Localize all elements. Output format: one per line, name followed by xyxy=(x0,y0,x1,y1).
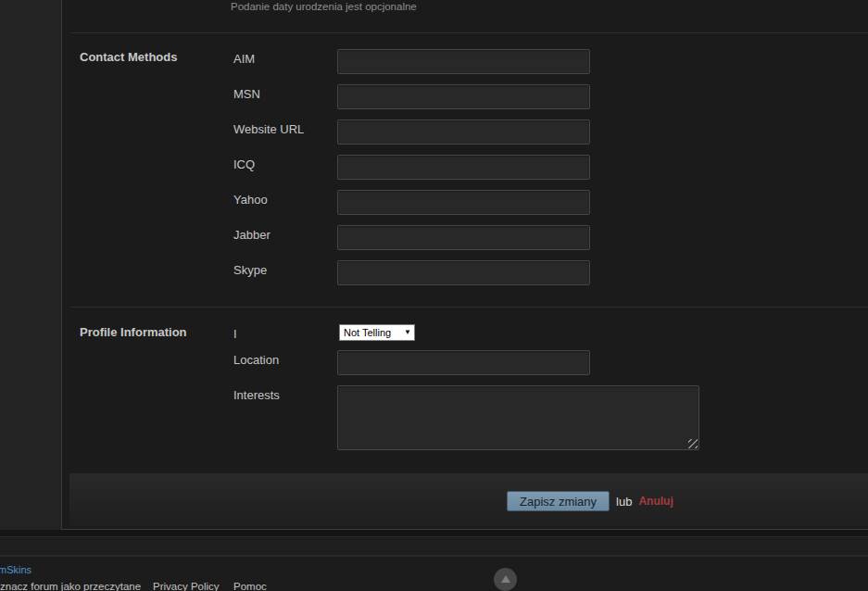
gender-select[interactable]: Not Telling ▼ xyxy=(339,324,415,341)
form-row-msn: MSN xyxy=(62,84,868,119)
yahoo-input[interactable] xyxy=(337,190,590,215)
msn-input[interactable] xyxy=(337,84,590,109)
form-row-aim: AIM xyxy=(62,49,868,84)
chevron-down-icon: ▼ xyxy=(404,329,411,336)
privacy-policy-link[interactable]: Privacy Policy xyxy=(153,581,220,591)
interests-textarea[interactable] xyxy=(337,385,699,450)
or-label: lub xyxy=(616,495,632,509)
website-url-label: Website URL xyxy=(233,122,304,136)
location-label: Location xyxy=(233,353,279,367)
mskins-credit-link[interactable]: mSkins xyxy=(0,564,31,575)
icq-input[interactable] xyxy=(337,155,590,180)
resize-handle-icon[interactable] xyxy=(688,439,698,448)
submit-bar: Zapisz zmiany lub Anuluj xyxy=(69,473,868,526)
gender-label: I xyxy=(233,327,237,341)
aim-label: AIM xyxy=(233,52,255,66)
up-arrow-icon xyxy=(501,575,510,583)
interests-label: Interests xyxy=(233,388,280,402)
skype-input[interactable] xyxy=(337,260,590,285)
section-divider xyxy=(70,32,868,33)
msn-label: MSN xyxy=(233,87,260,101)
help-link[interactable]: Pomoc xyxy=(233,581,267,591)
website-url-input[interactable] xyxy=(337,119,590,145)
profile-information-title: Profile Information xyxy=(80,325,187,339)
form-row-yahoo: Yahoo xyxy=(62,190,868,225)
jabber-input[interactable] xyxy=(337,225,590,250)
section-divider xyxy=(70,307,868,308)
save-button[interactable]: Zapisz zmiany xyxy=(507,491,610,511)
location-input[interactable] xyxy=(337,350,590,375)
jabber-label: Jabber xyxy=(233,228,270,242)
page-gap-band xyxy=(0,530,868,536)
page-footer: mSkins znacz forum jako przeczytane Priv… xyxy=(0,557,868,591)
birthday-note: Podanie daty urodzenia jest opcjonalne xyxy=(231,0,417,13)
form-row-jabber: Jabber xyxy=(62,225,868,260)
form-row-website: Website URL xyxy=(62,119,868,155)
profile-settings-panel: Podanie daty urodzenia jest opcjonalne C… xyxy=(61,0,868,530)
submit-group: Zapisz zmiany lub Anuluj xyxy=(507,491,673,511)
form-row-icq: ICQ xyxy=(62,155,868,190)
yahoo-label: Yahoo xyxy=(233,193,268,207)
scroll-top-button[interactable] xyxy=(494,568,517,591)
page-background-band xyxy=(0,537,868,555)
icq-label: ICQ xyxy=(233,157,255,171)
skype-label: Skype xyxy=(233,263,267,277)
mark-forums-read-link[interactable]: znacz forum jako przeczytane xyxy=(0,581,141,591)
aim-input[interactable] xyxy=(337,49,590,74)
gender-select-value: Not Telling xyxy=(344,325,391,340)
form-row-skype: Skype xyxy=(62,260,868,296)
cancel-link[interactable]: Anuluj xyxy=(638,495,673,508)
